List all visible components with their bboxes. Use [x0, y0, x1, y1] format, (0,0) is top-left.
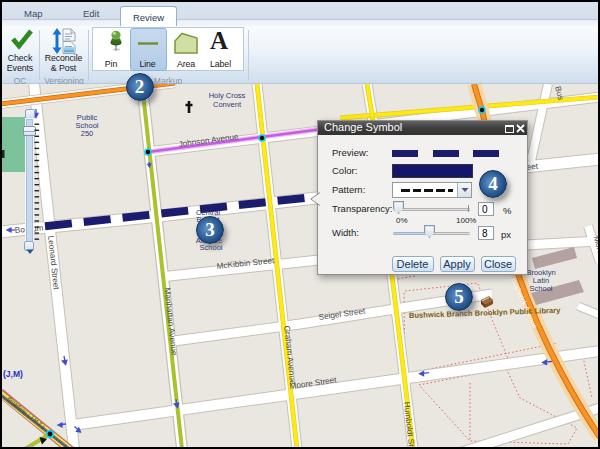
svg-text:School: School — [530, 284, 553, 293]
svg-text:Convent: Convent — [213, 100, 242, 109]
svg-text:250: 250 — [81, 129, 94, 138]
svg-text:School: School — [200, 243, 223, 252]
svg-text:(J,M): (J,M) — [3, 369, 23, 379]
svg-text:eet: eet — [526, 162, 539, 172]
svg-text:Holy Cross: Holy Cross — [209, 91, 246, 100]
